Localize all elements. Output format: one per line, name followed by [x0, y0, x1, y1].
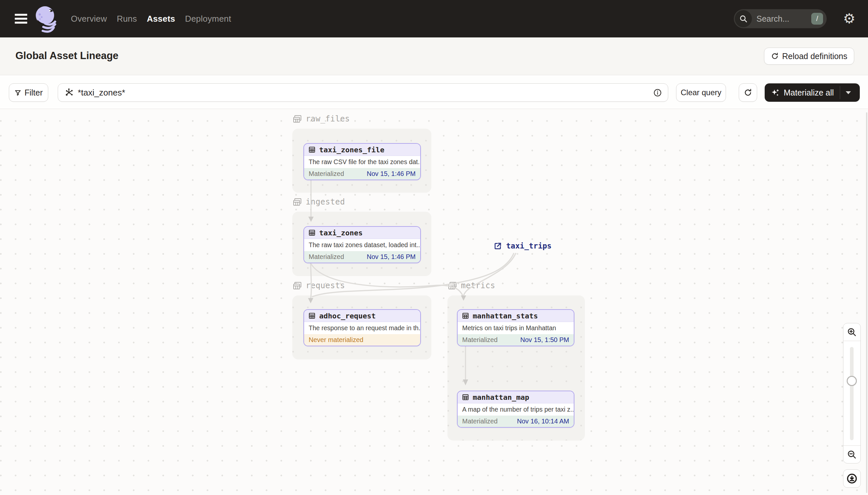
- asset-name: manhattan_stats: [473, 312, 538, 320]
- query-info-icon[interactable]: [653, 88, 662, 97]
- table-group-icon: [293, 198, 302, 206]
- table-icon: [462, 394, 469, 401]
- reload-definitions-button[interactable]: Reload definitions: [764, 48, 854, 65]
- table-icon: [462, 312, 469, 319]
- dagster-logo[interactable]: [34, 5, 59, 34]
- asset-query-input-box[interactable]: [58, 83, 668, 102]
- external-asset-taxi-trips[interactable]: taxi_trips: [494, 242, 551, 250]
- zoom-slider-thumb[interactable]: [847, 376, 857, 386]
- status-label: Materialized: [309, 170, 344, 177]
- lineage-edges: [0, 109, 868, 495]
- download-graph-button[interactable]: [843, 470, 861, 488]
- table-group-icon: [448, 281, 457, 290]
- materialization-timestamp[interactable]: Nov 15, 1:46 PM: [367, 170, 415, 177]
- filter-funnel-icon: [14, 89, 21, 96]
- page-title: Global Asset Lineage: [15, 50, 119, 62]
- group-label-metrics: metrics: [448, 281, 495, 290]
- group-label-raw-files: raw_files: [293, 114, 350, 123]
- refresh-icon: [744, 88, 752, 97]
- settings-gear-icon[interactable]: ⚙: [843, 10, 855, 28]
- status-label: Materialized: [309, 253, 344, 261]
- external-link-icon: [494, 242, 502, 250]
- asset-status-row: Materialized Nov 15, 1:50 PM: [458, 334, 574, 346]
- reload-icon: [771, 52, 779, 60]
- zoom-out-icon: [847, 450, 857, 460]
- table-group-icon: [293, 281, 302, 290]
- chevron-down-icon: [846, 91, 851, 94]
- asset-node-manhattan-stats[interactable]: manhattan_stats Metrics on taxi trips in…: [457, 309, 574, 346]
- clear-query-button[interactable]: Clear query: [676, 83, 726, 102]
- zoom-out-button[interactable]: [844, 445, 861, 463]
- page-header: Global Asset Lineage Reload definitions: [0, 37, 868, 75]
- table-icon: [308, 312, 316, 319]
- search-icon: [735, 10, 752, 27]
- asset-description: The raw taxi zones dataset, loaded int..…: [304, 239, 420, 251]
- download-icon: [846, 473, 857, 484]
- zoom-control-panel: [843, 323, 861, 463]
- asset-status-row: Materialized Nov 15, 1:46 PM: [304, 251, 420, 262]
- asset-query-input[interactable]: [78, 88, 649, 98]
- group-label-requests: requests: [293, 281, 345, 290]
- table-group-icon: [293, 115, 302, 123]
- zoom-slider-track[interactable]: [850, 347, 854, 440]
- asset-status-row: Materialized Nov 16, 10:14 AM: [458, 415, 574, 427]
- asset-node-taxi-zones-file[interactable]: taxi_zones_file The raw CSV file for the…: [303, 143, 421, 180]
- asset-status-row: Materialized Nov 15, 1:46 PM: [304, 168, 420, 180]
- sparkle-icon: [770, 88, 780, 97]
- search-shortcut-badge: /: [811, 13, 823, 24]
- nav-tab-assets[interactable]: Assets: [147, 14, 175, 24]
- nav-tab-deployment[interactable]: Deployment: [185, 14, 231, 24]
- asset-name: adhoc_request: [319, 312, 376, 320]
- asset-description: A map of the number of trips per taxi z.…: [458, 404, 574, 415]
- hamburger-menu-icon[interactable]: [15, 14, 27, 24]
- asset-status-row: Never materialized: [304, 334, 420, 346]
- group-label-ingested: ingested: [293, 197, 345, 206]
- canvas-scrollbar[interactable]: [866, 112, 867, 493]
- search-input[interactable]: [757, 14, 802, 24]
- materialization-timestamp[interactable]: Nov 15, 1:50 PM: [520, 336, 569, 344]
- asset-name: manhattan_map: [473, 393, 529, 402]
- nav-tab-runs[interactable]: Runs: [117, 14, 137, 24]
- zoom-in-button[interactable]: [844, 323, 861, 341]
- refresh-button[interactable]: [739, 83, 757, 102]
- table-icon: [308, 146, 316, 153]
- asset-node-taxi-zones[interactable]: taxi_zones The raw taxi zones dataset, l…: [303, 226, 421, 263]
- materialization-timestamp[interactable]: Nov 16, 10:14 AM: [517, 417, 569, 425]
- nav-tab-overview[interactable]: Overview: [71, 14, 107, 24]
- asset-name: taxi_zones_file: [319, 146, 385, 154]
- asset-node-adhoc-request[interactable]: adhoc_request The response to an request…: [303, 309, 421, 346]
- status-label: Materialized: [462, 336, 498, 344]
- nav-tabs: Overview Runs Assets Deployment: [71, 0, 231, 37]
- table-icon: [308, 229, 316, 236]
- global-search[interactable]: /: [734, 9, 827, 28]
- lineage-canvas[interactable]: raw_files ingested requests metrics: [0, 109, 868, 495]
- asset-description: The raw CSV file for the taxi zones dat.…: [304, 156, 420, 168]
- materialize-all-button[interactable]: Materialize all: [765, 83, 860, 102]
- lineage-query-icon: [64, 88, 74, 98]
- materialize-dropdown-toggle[interactable]: [840, 83, 857, 102]
- zoom-in-icon: [847, 327, 857, 337]
- asset-name: taxi_zones: [319, 229, 362, 237]
- asset-node-manhattan-map[interactable]: manhattan_map A map of the number of tri…: [457, 391, 574, 428]
- filter-button[interactable]: Filter: [9, 83, 48, 102]
- asset-description: Metrics on taxi trips in Manhattan: [458, 322, 574, 334]
- lineage-toolbar: Filter Clear query: [0, 75, 868, 109]
- materialization-timestamp[interactable]: Nov 15, 1:46 PM: [367, 253, 415, 261]
- status-label: Materialized: [462, 417, 498, 425]
- top-nav: Overview Runs Assets Deployment / ⚙: [0, 0, 868, 37]
- asset-description: The response to an request made in th...: [304, 322, 420, 334]
- status-label: Never materialized: [309, 336, 364, 344]
